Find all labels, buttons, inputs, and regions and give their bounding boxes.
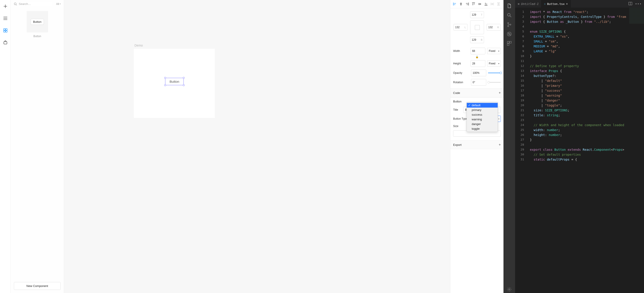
svg-rect-2 <box>4 31 5 32</box>
pin-left-input[interactable]: 132L <box>454 24 468 31</box>
distribute-v-icon[interactable] <box>497 2 500 6</box>
new-component-button[interactable]: New Component <box>14 282 61 290</box>
svg-point-6 <box>508 13 510 16</box>
dropdown-option-warning[interactable]: warning <box>467 117 498 122</box>
align-top-icon[interactable] <box>472 2 475 6</box>
resize-handle-bl[interactable] <box>164 84 166 86</box>
close-tab-icon[interactable]: × <box>566 2 568 5</box>
add-code-icon[interactable]: + <box>499 91 501 95</box>
align-toolbar <box>450 0 504 8</box>
settings-icon[interactable] <box>506 286 513 293</box>
svg-rect-4 <box>4 42 7 44</box>
section-code[interactable]: Code+ <box>450 88 504 97</box>
dropdown-option-primary[interactable]: primary <box>467 108 498 112</box>
bag-icon[interactable] <box>3 40 8 45</box>
search-icon <box>14 2 17 5</box>
editor-tab[interactable]: ≡Untitled-1 <box>515 0 541 7</box>
align-left-icon[interactable] <box>453 2 456 6</box>
editor-main: ≡Untitled-1⚛Button.tsx× ••• 123456789101… <box>515 0 644 293</box>
left-toolstrip <box>0 0 11 293</box>
minimap[interactable] <box>629 7 644 48</box>
button-type-dropdown[interactable]: defaultprimarysuccesswarningdangertoggle <box>466 102 498 132</box>
explorer-icon[interactable] <box>506 2 513 9</box>
inspector-panel: 129T 132L 132R 129B Width 68 Fixed▾ 🔒 He… <box>450 0 504 293</box>
pin-top-input[interactable]: 129T <box>470 11 484 18</box>
title-label: Title <box>453 108 462 111</box>
plus-icon[interactable] <box>3 4 8 8</box>
selected-element[interactable]: Button <box>165 78 184 85</box>
line-numbers: 1234567891011121314151617181920212223242… <box>515 7 528 293</box>
file-icon: ≡ <box>518 2 520 5</box>
editor-tab[interactable]: ⚛Button.tsx× <box>541 0 571 7</box>
opacity-row: Opacity 100% <box>450 68 504 78</box>
width-input[interactable]: 68 <box>470 48 485 54</box>
lock-icon[interactable]: 🔒 <box>476 55 479 58</box>
rotation-slider[interactable] <box>488 82 501 82</box>
rotation-input[interactable]: 0° <box>471 79 486 86</box>
opacity-input[interactable]: 100% <box>471 69 486 76</box>
svg-rect-1 <box>6 29 7 30</box>
menu-icon[interactable] <box>3 16 8 20</box>
align-bottom-icon[interactable] <box>484 2 488 6</box>
selected-element-text: Button <box>170 80 179 83</box>
svg-rect-3 <box>6 31 7 32</box>
resize-handle-tr[interactable] <box>183 77 184 79</box>
width-row: Width 68 Fixed▾ <box>450 46 504 56</box>
svg-rect-0 <box>4 29 5 30</box>
height-input[interactable]: 28 <box>470 60 485 67</box>
align-center-v-icon[interactable] <box>478 2 481 6</box>
extensions-icon[interactable] <box>506 40 513 47</box>
component-list-panel: All▾ Button Button New Component <box>11 0 64 293</box>
dropdown-option-danger[interactable]: danger <box>467 122 498 126</box>
pin-bottom-input[interactable]: 129B <box>470 36 484 43</box>
component-grid: Button Button <box>11 8 64 279</box>
width-mode-select[interactable]: Fixed▾ <box>487 48 501 54</box>
opacity-slider[interactable] <box>488 73 501 73</box>
dropdown-option-default[interactable]: default <box>467 103 498 108</box>
source-control-icon[interactable] <box>506 21 513 28</box>
rotation-label: Rotation <box>453 81 469 84</box>
distribute-h-icon[interactable] <box>491 2 494 6</box>
svg-point-8 <box>508 26 509 27</box>
width-label: Width <box>453 49 469 52</box>
rotation-row: Rotation 0° <box>450 78 504 88</box>
svg-point-9 <box>510 24 511 25</box>
dropdown-option-toggle[interactable]: toggle <box>467 126 498 131</box>
section-export[interactable]: Export+ <box>450 140 504 149</box>
height-mode-select[interactable]: Fixed▾ <box>487 60 501 67</box>
search-icon[interactable] <box>506 12 513 19</box>
svg-point-7 <box>508 22 509 24</box>
svg-rect-14 <box>507 44 509 45</box>
code-area[interactable]: 1234567891011121314151617181920212223242… <box>515 7 644 293</box>
code-editor: ≡Untitled-1⚛Button.tsx× ••• 123456789101… <box>504 0 644 293</box>
search-filter[interactable]: All▾ <box>56 2 61 5</box>
activity-bar <box>504 0 515 293</box>
tab-title: Button.tsx <box>547 2 564 5</box>
canvas[interactable]: Demo Button <box>64 0 450 293</box>
opacity-label: Opacity <box>453 71 469 74</box>
editor-tabs: ≡Untitled-1⚛Button.tsx× ••• <box>515 0 644 7</box>
component-item[interactable]: Button Button <box>14 11 61 38</box>
file-icon: ⚛ <box>544 2 546 5</box>
grid-icon[interactable] <box>3 28 8 33</box>
align-right-icon[interactable] <box>466 2 469 6</box>
frame-label[interactable]: Demo <box>134 44 143 47</box>
resize-handle-tl[interactable] <box>164 77 166 79</box>
position-constraints: 129T 132L 132R 129B <box>450 8 504 46</box>
thumb-button-preview: Button <box>31 19 44 25</box>
more-icon[interactable]: ••• <box>635 2 642 5</box>
pin-right-input[interactable]: 132R <box>487 24 500 31</box>
resize-handle-br[interactable] <box>183 84 184 86</box>
add-export-icon[interactable]: + <box>499 143 501 147</box>
align-center-h-icon[interactable] <box>460 2 462 6</box>
code-content[interactable]: import * as React from "react";import { … <box>528 7 644 293</box>
search-input[interactable] <box>19 2 52 5</box>
debug-icon[interactable] <box>506 30 513 37</box>
split-editor-icon[interactable] <box>628 2 632 6</box>
tab-title: Untitled-1 <box>521 2 538 5</box>
pin-widget[interactable] <box>470 20 484 34</box>
dropdown-option-success[interactable]: success <box>467 112 498 117</box>
search-row: All▾ <box>11 0 64 8</box>
component-thumb[interactable]: Button <box>27 11 48 32</box>
svg-rect-13 <box>510 41 511 43</box>
